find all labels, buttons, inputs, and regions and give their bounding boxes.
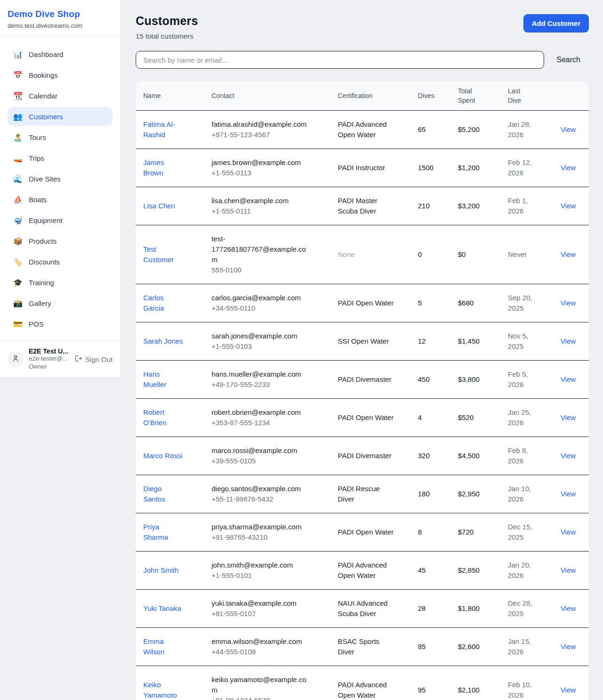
- customer-certification: PADI Master Scuba Diver: [338, 196, 395, 216]
- shop-title: Demo Dive Shop: [8, 9, 113, 19]
- search-button[interactable]: Search: [556, 56, 580, 64]
- customer-certification: PADI Advanced Open Water: [338, 680, 395, 700]
- customer-name-link[interactable]: James Brown: [143, 157, 185, 178]
- customer-name-link[interactable]: Carlos Garcia: [143, 293, 185, 313]
- sidebar-item-discounts[interactable]: 🏷️Discounts: [8, 252, 113, 271]
- person-icon: [11, 354, 20, 364]
- customer-phone: +353-87-555-1234: [212, 418, 326, 428]
- customer-phone: +81-90-1234-5678: [212, 695, 326, 700]
- customer-name-link[interactable]: John Smith: [143, 565, 185, 576]
- customer-view-cell: View: [551, 513, 589, 552]
- column-header: Dives: [410, 81, 450, 111]
- view-link[interactable]: View: [561, 375, 576, 383]
- customer-name-link[interactable]: Yuki Tanaka: [143, 603, 185, 614]
- customer-name-link[interactable]: Robert O'Brien: [143, 407, 185, 428]
- view-link[interactable]: View: [561, 452, 576, 460]
- customer-certification-cell: BSAC Sports Diver: [330, 628, 410, 666]
- customer-total-spent: $2,850: [450, 552, 500, 590]
- customer-email: sarah.jones@example.com: [212, 331, 311, 341]
- customer-certification-cell: NAUI Advanced Scuba Diver: [330, 590, 410, 628]
- bar-chart-icon: 📊: [13, 50, 23, 59]
- customer-phone: +1-555-0101: [212, 570, 326, 581]
- customer-name-cell: Emma Wilson: [136, 628, 204, 666]
- view-link[interactable]: View: [561, 566, 576, 574]
- view-link[interactable]: View: [561, 490, 576, 498]
- view-link[interactable]: View: [561, 604, 576, 612]
- table-row: John Smithjohn.smith@example.com+1-555-0…: [136, 552, 589, 590]
- customer-name-link[interactable]: Priya Sharma: [143, 522, 185, 543]
- customer-view-cell: View: [551, 628, 589, 666]
- sidebar-item-dashboard[interactable]: 📊Dashboard: [8, 45, 113, 64]
- sidebar-item-bookings[interactable]: 📅Bookings: [8, 66, 113, 84]
- customer-name-link[interactable]: Emma Wilson: [143, 636, 185, 657]
- customer-phone: +34-555-0110: [212, 303, 326, 313]
- customer-last-dive: Feb 8, 2026: [508, 445, 544, 466]
- customer-dives: 1500: [410, 149, 450, 187]
- customer-name-link[interactable]: Fatima Al-Rashid: [143, 119, 185, 140]
- sidebar-item-gallery[interactable]: 📸Gallery: [8, 294, 113, 313]
- people-icon: 👥: [13, 112, 23, 121]
- view-link[interactable]: View: [561, 528, 576, 536]
- customer-certification-cell: PADI Divemaster: [330, 437, 410, 475]
- sign-out-icon: [74, 354, 82, 364]
- customer-dives: 28: [410, 590, 450, 628]
- customer-contact-cell: james.brown@example.com+1-555-0113: [204, 149, 330, 187]
- view-link[interactable]: View: [561, 642, 576, 651]
- view-link[interactable]: View: [561, 337, 576, 345]
- sidebar-footer: E2E Test U... e2e-tester@... Owner Sign …: [0, 341, 120, 377]
- customer-name-link[interactable]: Keiko Yamamoto: [143, 680, 185, 700]
- customer-certification-cell: PADI Advanced Open Water: [330, 111, 410, 149]
- customer-contact-cell: john.smith@example.com+1-555-0101: [204, 552, 330, 590]
- sidebar-item-training[interactable]: 🎓Training: [8, 273, 113, 292]
- sidebar-item-dive-sites[interactable]: 🌊Dive Sites: [8, 169, 113, 188]
- sidebar-item-tours[interactable]: 🏝️Tours: [8, 128, 113, 147]
- customer-last-dive-cell: Feb 1, 2026: [500, 187, 551, 225]
- customer-name-link[interactable]: Diego Santos: [143, 484, 185, 504]
- customer-email: carlos.garcia@example.com: [212, 293, 311, 303]
- customer-name-link[interactable]: Hans Mueller: [143, 369, 185, 390]
- sidebar-item-products[interactable]: 📦Products: [8, 231, 113, 250]
- table-row: Carlos Garciacarlos.garcia@example.com+3…: [136, 284, 589, 322]
- sidebar-header: Demo Dive Shop demo.test.divestreams.com: [0, 0, 120, 37]
- customer-dives: 12: [410, 322, 450, 361]
- customers-table-card: NameContactCertificationDivesTotal Spent…: [136, 81, 589, 700]
- customer-last-dive: Jan 10, 2026: [508, 484, 544, 504]
- customer-name-link[interactable]: Sarah Jones: [143, 336, 185, 346]
- customer-name-link[interactable]: Lisa Chen: [143, 201, 185, 211]
- sidebar-item-trips[interactable]: 🚤Trips: [8, 148, 113, 167]
- sidebar-item-calendar[interactable]: 📆Calendar: [8, 86, 113, 105]
- customer-name-link[interactable]: Test Customer: [143, 244, 185, 265]
- customer-phone: +44-555-0108: [212, 647, 326, 657]
- sign-out-button[interactable]: Sign Out: [74, 354, 113, 364]
- sidebar-item-label: Customers: [29, 113, 63, 121]
- sidebar-item-equipment[interactable]: 🤿Equipment: [8, 211, 113, 230]
- search-input[interactable]: [136, 51, 544, 69]
- view-link[interactable]: View: [561, 413, 576, 421]
- add-customer-button[interactable]: Add Customer: [523, 14, 589, 33]
- customer-view-cell: View: [551, 475, 589, 513]
- customer-dives: 320: [410, 437, 450, 475]
- customer-last-dive-cell: Feb 12, 2026: [500, 149, 551, 187]
- customer-total-spent: $520: [450, 399, 500, 437]
- table-header-row: NameContactCertificationDivesTotal Spent…: [136, 81, 589, 111]
- customer-last-dive-cell: Jan 15, 2026: [500, 628, 551, 666]
- view-link[interactable]: View: [561, 202, 576, 210]
- customer-total-spent: $2,600: [450, 628, 500, 666]
- sidebar-item-pos[interactable]: 💳POS: [8, 314, 113, 333]
- view-link[interactable]: View: [561, 125, 576, 133]
- customer-name-cell: Yuki Tanaka: [136, 590, 204, 628]
- customer-contact-cell: keiko.yamamoto@example.com+81-90-1234-56…: [204, 666, 330, 700]
- customer-last-dive-cell: Nov 5, 2025: [500, 322, 551, 361]
- view-link[interactable]: View: [561, 250, 576, 258]
- customer-view-cell: View: [551, 590, 589, 628]
- view-link[interactable]: View: [561, 164, 576, 172]
- view-link[interactable]: View: [561, 686, 576, 694]
- customer-certification: PADI Rescue Diver: [338, 484, 395, 504]
- customer-view-cell: View: [551, 111, 589, 149]
- sidebar-item-boats[interactable]: ⛵Boats: [8, 190, 113, 209]
- customer-name-link[interactable]: Marco Rossi: [143, 451, 185, 461]
- view-link[interactable]: View: [561, 299, 576, 307]
- sidebar-item-customers[interactable]: 👥Customers: [8, 107, 113, 126]
- page-title: Customers: [136, 14, 198, 28]
- sidebar: Demo Dive Shop demo.test.divestreams.com…: [0, 0, 121, 378]
